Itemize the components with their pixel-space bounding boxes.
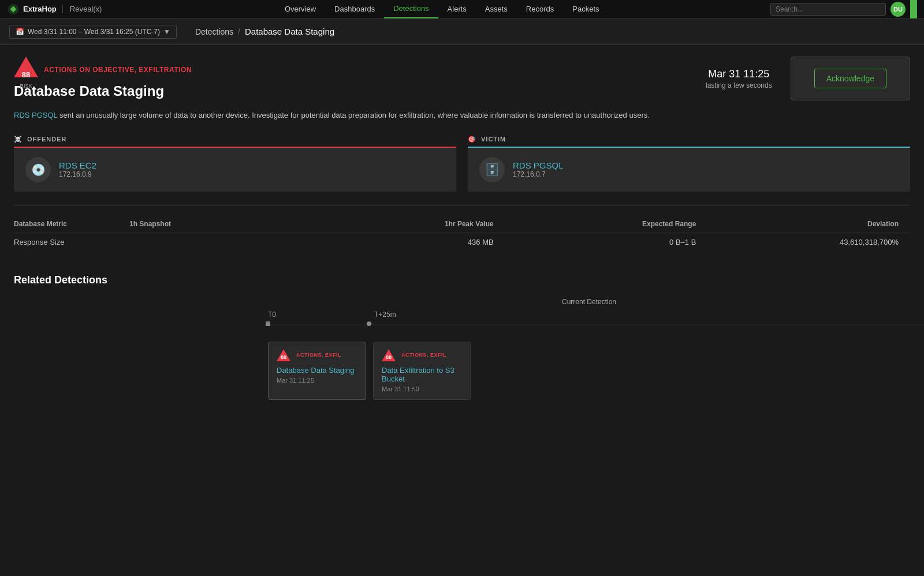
calendar-icon: 📅: [16, 28, 24, 36]
card-category-1: ACTIONS, EXFIL: [401, 352, 446, 358]
card-badge-0: 88 ACTIONS, EXFIL: [277, 349, 357, 361]
victim-ip: 172.16.0.7: [513, 170, 564, 178]
card-title-1[interactable]: Data Exfiltration to S3 Bucket: [382, 366, 463, 383]
detection-info-left: 88 RISK ACTIONS ON OBJECTIVE, EXFILTRATI…: [14, 57, 192, 99]
timeline-dot-t0: [266, 321, 270, 326]
card-risk-icon-0: 88: [277, 349, 290, 361]
timeline-line-container: [268, 321, 910, 328]
timeline-labels: T0 T+25m: [14, 311, 910, 319]
top-navigation: ExtraHop Reveal(x) Overview Dashboards D…: [0, 0, 924, 18]
related-detections-title: Related Detections: [14, 274, 910, 286]
victim-info: RDS PGSQL 172.16.0.7: [513, 160, 564, 178]
product-name: Reveal(x): [62, 5, 102, 13]
breadcrumb-current: Database Data Staging: [245, 27, 334, 36]
offender-ip: 172.16.0.9: [59, 170, 96, 178]
detection-time-block: Mar 31 11:25 lasting a few seconds: [706, 68, 772, 89]
victim-card: 🗄️ RDS PGSQL 172.16.0.7: [468, 148, 910, 192]
status-bar: [910, 0, 917, 18]
user-avatar[interactable]: DU: [891, 2, 906, 17]
breadcrumb-parent[interactable]: Detections: [195, 27, 233, 36]
card-category-0: ACTIONS, EXFIL: [296, 352, 341, 358]
description-link[interactable]: RDS PGSQL: [14, 111, 57, 119]
timeline-container: T0 T+25m: [14, 311, 910, 328]
card-risk-number-0: 88: [281, 354, 286, 360]
metrics-header-row: Database Metric 1h Snapshot 1hr Peak Val…: [14, 215, 910, 233]
victim-header: 🎯 VICTIM: [468, 136, 910, 148]
metric-snapshot: [129, 238, 303, 246]
detection-header: 88 RISK ACTIONS ON OBJECTIVE, EXFILTRATI…: [14, 57, 910, 100]
risk-badge-container: 88 RISK: [14, 57, 38, 81]
detection-title: Database Data Staging: [14, 83, 192, 99]
risk-label: RISK: [20, 83, 32, 89]
detection-duration: lasting a few seconds: [706, 81, 772, 89]
current-detection-label: Current Detection: [268, 298, 910, 306]
metric-expected: 0 B–1 B: [505, 238, 708, 246]
main-content: 88 RISK ACTIONS ON OBJECTIVE, EXFILTRATI…: [0, 45, 924, 412]
time-range-text: Wed 3/31 11:00 – Wed 3/31 16:25 (UTC-7): [28, 28, 160, 36]
victim-panel: 🎯 VICTIM 🗄️ RDS PGSQL 172.16.0.7: [468, 136, 910, 192]
logo-text: ExtraHop: [23, 5, 57, 13]
victim-device-icon: 🗄️: [479, 157, 505, 182]
offender-label: OFFENDER: [27, 136, 67, 143]
detection-category: ACTIONS ON OBJECTIVE, EXFILTRATION: [44, 66, 192, 74]
offender-card: 💿 RDS EC2 172.16.0.9: [14, 148, 456, 192]
offender-victim-container: ☠️ OFFENDER 💿 RDS EC2 172.16.0.9 🎯 VICTI…: [14, 136, 910, 192]
nav-detections[interactable]: Detections: [384, 0, 438, 18]
risk-score: 88: [22, 71, 30, 78]
offender-header: ☠️ OFFENDER: [14, 136, 456, 148]
timeline-label-t25: T+25m: [374, 311, 396, 319]
card-risk-number-1: 88: [386, 354, 392, 360]
header-right-block: Mar 31 11:25 lasting a few seconds Ackno…: [706, 57, 910, 100]
card-date-0: Mar 31 11:25: [277, 377, 357, 384]
timeline-label-t0: T0: [268, 311, 276, 319]
card-badge-1: 88 ACTIONS, EXFIL: [382, 349, 463, 361]
detection-card-0[interactable]: 88 ACTIONS, EXFIL Database Data Staging …: [268, 342, 366, 400]
card-risk-icon-1: 88: [382, 349, 396, 361]
related-detections-section: Related Detections Current Detection T0 …: [14, 270, 910, 400]
acknowledge-button[interactable]: Acknowledge: [814, 69, 886, 88]
offender-device-icon: 💿: [25, 157, 51, 182]
col-snapshot-header: 1h Snapshot: [129, 220, 303, 228]
metrics-data-row-0: Response Size 436 MB 0 B–1 B 43,610,318,…: [14, 233, 910, 251]
offender-icon: ☠️: [14, 136, 23, 143]
breadcrumb: Detections / Database Data Staging: [195, 27, 334, 36]
nav-alerts[interactable]: Alerts: [438, 0, 476, 18]
victim-label: VICTIM: [481, 136, 506, 143]
nav-records[interactable]: Records: [517, 0, 563, 18]
nav-dashboards[interactable]: Dashboards: [325, 0, 384, 18]
chevron-down-icon: ▼: [163, 28, 170, 36]
breadcrumb-separator: /: [238, 27, 240, 36]
description-text: sent an unusually large volume of data t…: [59, 111, 650, 119]
extrahop-logo-icon: [7, 3, 20, 16]
card-date-1: Mar 31 11:50: [382, 386, 463, 392]
detection-title-row: 88 RISK ACTIONS ON OBJECTIVE, EXFILTRATI…: [14, 57, 192, 81]
col-expected-header: Expected Range: [505, 220, 708, 228]
timeline-dot-t25: [367, 321, 371, 326]
detection-cards: 88 ACTIONS, EXFIL Database Data Staging …: [14, 337, 910, 400]
col-metric-header: Database Metric: [14, 220, 129, 228]
nav-right-area: DU: [770, 0, 917, 18]
offender-name[interactable]: RDS EC2: [59, 160, 96, 170]
col-peak-header: 1hr Peak Value: [303, 220, 505, 228]
target-icon: 🎯: [468, 136, 476, 143]
offender-panel: ☠️ OFFENDER 💿 RDS EC2 172.16.0.9: [14, 136, 456, 192]
metrics-section: Database Metric 1h Snapshot 1hr Peak Val…: [14, 205, 910, 251]
offender-info: RDS EC2 172.16.0.9: [59, 160, 96, 178]
metric-peak: 436 MB: [303, 238, 505, 246]
detection-actions-panel: Acknowledge: [791, 57, 910, 100]
search-input[interactable]: [770, 3, 886, 16]
detection-card-1[interactable]: 88 ACTIONS, EXFIL Data Exfiltration to S…: [373, 342, 471, 400]
time-range-selector[interactable]: 📅 Wed 3/31 11:00 – Wed 3/31 16:25 (UTC-7…: [9, 25, 177, 39]
detection-description: RDS PGSQL sent an unusually large volume…: [14, 110, 910, 122]
nav-packets[interactable]: Packets: [563, 0, 608, 18]
card-title-0[interactable]: Database Data Staging: [277, 366, 357, 375]
sub-navigation: 📅 Wed 3/31 11:00 – Wed 3/31 16:25 (UTC-7…: [0, 18, 924, 45]
col-deviation-header: Deviation: [707, 220, 910, 228]
nav-links: Overview Dashboards Detections Alerts As…: [113, 0, 770, 18]
nav-assets[interactable]: Assets: [476, 0, 517, 18]
victim-name[interactable]: RDS PGSQL: [513, 160, 564, 170]
nav-overview[interactable]: Overview: [275, 0, 325, 18]
detection-timestamp: Mar 31 11:25: [706, 68, 772, 80]
metric-name: Response Size: [14, 238, 129, 246]
logo-area[interactable]: ExtraHop Reveal(x): [7, 3, 102, 16]
